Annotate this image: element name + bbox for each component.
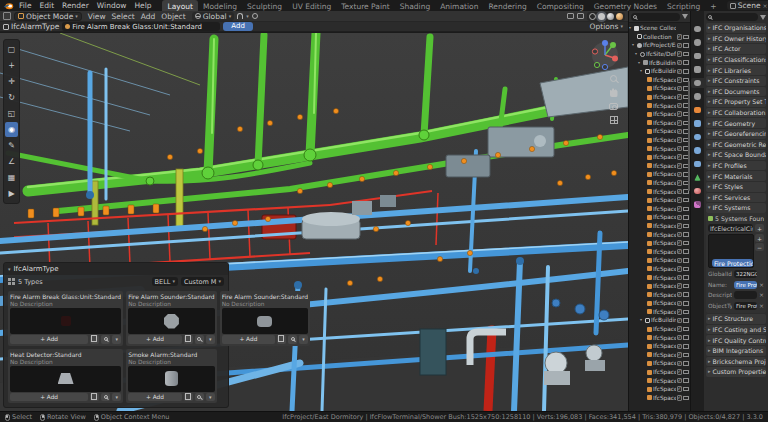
viewport-menu-item[interactable]: Select [109, 12, 138, 21]
tool-tab[interactable] [691, 24, 704, 34]
rotate-tool[interactable]: ↻ [5, 90, 18, 105]
type-card[interactable]: Heat Detector:Standard No Description + … [8, 349, 123, 404]
outliner-row[interactable]: IfcSpace/201 ✓ [629, 342, 690, 351]
outliner-row[interactable]: IfcSpace/110 ✓ [629, 93, 690, 102]
visibility-toggle-icon[interactable] [683, 344, 689, 349]
scene-tab[interactable] [691, 78, 704, 88]
outliner-row[interactable]: IfcSpace/120 ✓ [629, 213, 690, 222]
disclosure-triangle-icon[interactable]: ▾ [640, 69, 644, 73]
transform-orientation-selector[interactable]: Global ▾ [192, 12, 234, 21]
expand-icon[interactable]: ▾ [299, 335, 308, 344]
workspace-tab[interactable]: Geometry Nodes [589, 0, 662, 11]
system-list-item[interactable]: ✓ × [709, 235, 753, 243]
exclude-checkbox[interactable]: ✓ [677, 60, 683, 66]
outliner-row[interactable]: IfcSpace/122 ✓ [629, 230, 690, 239]
type-card[interactable]: Fire Alarm Break Glass:Unit:Standard No … [8, 291, 123, 346]
exclude-checkbox[interactable]: ✓ [677, 266, 683, 272]
exclude-checkbox[interactable]: ✓ [677, 335, 683, 341]
panel-header[interactable]: ▸ IFC Geometric Representation Contexts [706, 140, 766, 150]
outliner-row[interactable]: IfcSpace/015 ✓ [629, 119, 690, 128]
relating-type-field[interactable]: Fire Alarm Break Glass:Unit:Standard [62, 22, 220, 31]
disclosure-triangle-icon[interactable]: ▾ [635, 52, 639, 56]
exclude-checkbox[interactable]: ✓ [677, 172, 683, 178]
outliner-row[interactable]: IfcSpace/001 ✓ [629, 127, 690, 136]
outliner-row[interactable]: IfcSpace/003 ✓ [629, 179, 690, 188]
outliner-row[interactable]: IfcSpace/014 ✓ [629, 110, 690, 119]
exclude-checkbox[interactable]: ✓ [677, 395, 683, 401]
cursor-tool[interactable]: + [5, 58, 18, 73]
exclude-checkbox[interactable]: ✓ [677, 43, 683, 49]
workspace-tab[interactable]: Rendering [483, 0, 531, 11]
navigation-gizmo[interactable] [588, 38, 622, 72]
exclude-checkbox[interactable]: ✓ [677, 154, 683, 160]
disclosure-triangle-icon[interactable]: ▾ [640, 318, 644, 322]
ortho-grid-icon[interactable] [610, 116, 618, 124]
editor-type-icon[interactable] [3, 12, 11, 20]
outliner-row[interactable]: IfcSpace/126 ✓ [629, 265, 690, 274]
panel-header[interactable]: ▸ IFC Quality Control [706, 335, 766, 345]
panel-header[interactable]: ▸ IFC Styles [706, 182, 766, 192]
green-ductwork[interactable] [8, 33, 628, 211]
add-system-button[interactable]: + [755, 224, 764, 232]
visibility-toggle-icon[interactable] [683, 310, 689, 315]
attribute-value-field[interactable]: Fire Protection System [734, 281, 757, 289]
filter-icon[interactable] [760, 15, 766, 20]
outliner-row[interactable]: IfcSpace/211 ✓ [629, 273, 690, 282]
panel-header[interactable]: ▸ IFC Constraints [706, 76, 766, 86]
annotate-tool[interactable]: ✎ [5, 138, 18, 153]
blender-logo-icon[interactable] [3, 2, 14, 10]
outliner-row[interactable]: IfcSpace/207 ✓ [629, 394, 690, 403]
scene-selector[interactable]: Scene × [727, 1, 768, 10]
outliner-row[interactable]: IfcSpace/005 ✓ [629, 162, 690, 171]
outliner-row[interactable]: IfcSpace/003 ✓ [629, 333, 690, 342]
menubar-item[interactable]: Render [58, 1, 93, 10]
workspace-tab[interactable]: Scripting [662, 0, 705, 11]
exclude-checkbox[interactable]: ✓ [677, 249, 683, 255]
overlays-toggle-icon[interactable] [577, 13, 584, 19]
texture-tab[interactable] [691, 200, 704, 210]
visibility-toggle-icon[interactable] [683, 361, 689, 366]
type-card[interactable]: Fire Alarm Sounder:Standard No Descripti… [220, 291, 310, 346]
filter-icon[interactable] [682, 14, 688, 19]
close-icon[interactable]: × [759, 282, 764, 288]
panel-header[interactable]: ▸ IFC Services [706, 193, 766, 203]
particles-tab[interactable] [691, 132, 704, 142]
visibility-toggle-icon[interactable] [683, 258, 689, 263]
visibility-toggle-icon[interactable] [683, 232, 689, 237]
workspace-tab[interactable]: Animation [435, 0, 483, 11]
outliner-row[interactable]: IfcSpace/118 ✓ [629, 308, 690, 317]
exclude-checkbox[interactable]: ✓ [677, 318, 683, 324]
visibility-toggle-icon[interactable] [683, 52, 689, 57]
exclude-checkbox[interactable]: ✓ [677, 94, 683, 100]
exclude-checkbox[interactable]: ✓ [677, 103, 683, 109]
panel-header[interactable]: ▸ IFC Organisations [706, 23, 766, 33]
expand-icon[interactable]: ▾ [112, 393, 121, 402]
outliner-row[interactable]: ▾ IfcBuilding/ ✓ [629, 58, 690, 67]
exclude-checkbox[interactable]: ✓ [677, 180, 683, 186]
visibility-toggle-icon[interactable] [683, 241, 689, 246]
gizmos-toggle-icon[interactable] [567, 13, 574, 19]
workspace-tab[interactable]: UV Editing [287, 0, 336, 11]
duplicate-icon[interactable] [90, 335, 99, 344]
outliner-row[interactable]: IfcSpace/002 ✓ [629, 76, 690, 85]
outliner-row[interactable]: IfcSpace/221 ✓ [629, 282, 690, 291]
select-box-tool[interactable]: ▢ [5, 42, 18, 57]
workspace-tab[interactable]: Texture Paint [336, 0, 394, 11]
viewport-canvas[interactable]: ▢ + ✛ ↻ ◱ ◉ ✎ ∠ [0, 33, 628, 411]
search-icon[interactable] [101, 335, 110, 344]
zoom-icon[interactable] [610, 75, 617, 82]
interaction-tool[interactable]: ▶ [5, 186, 18, 201]
visibility-toggle-icon[interactable] [683, 301, 689, 306]
outliner-row[interactable]: IfcSpace/004 ✓ [629, 187, 690, 196]
disclosure-triangle-icon[interactable]: ▾ [638, 61, 642, 65]
wireframe-shading-icon[interactable] [589, 13, 596, 20]
visibility-toggle-icon[interactable] [683, 370, 689, 375]
panel-header[interactable]: ▸ IFC Profiles [706, 161, 766, 171]
panel-header[interactable]: ▸ IFC Libraries [706, 65, 766, 75]
viewport-menu-item[interactable]: Object [158, 12, 188, 21]
rendered-shading-icon[interactable] [616, 13, 623, 20]
plus-button[interactable]: + [755, 234, 764, 242]
exclude-checkbox[interactable]: ✓ [677, 292, 683, 298]
exclude-checkbox[interactable]: ✓ [677, 206, 683, 212]
measure-tool[interactable]: ∠ [5, 154, 18, 169]
